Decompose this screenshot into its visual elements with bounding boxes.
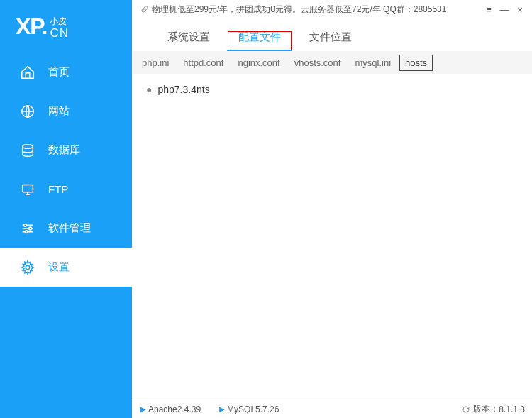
- sidebar-item-label: 数据库: [48, 143, 80, 157]
- statusbar: ▶ Apache2.4.39 ▶ MySQL5.7.26 版本： 8.1.1.3: [132, 400, 532, 418]
- titlebar-text: 物理机低至299元/年，拼团成功0元得。云服务器低至72元/年 QQ群：2805…: [152, 4, 446, 16]
- logo-cn: CN: [50, 27, 69, 39]
- play-icon: ▶: [140, 405, 146, 413]
- sidebar-item-label: 设置: [48, 260, 70, 274]
- pin-button[interactable]: ≡: [481, 4, 497, 15]
- svg-point-5: [25, 230, 28, 233]
- version-label: 版本：: [473, 403, 499, 415]
- minimize-button[interactable]: —: [497, 4, 512, 15]
- status-mysql[interactable]: ▶ MySQL5.7.26: [219, 405, 279, 414]
- database-icon: [20, 143, 35, 158]
- sidebar-item-label: FTP: [48, 183, 68, 195]
- list-item-label: php7.3.4nts: [157, 84, 209, 95]
- link-icon: [140, 5, 149, 13]
- sidebar-item-ftp[interactable]: FTP: [0, 170, 132, 209]
- subtab-php-ini[interactable]: php.ini: [136, 55, 174, 71]
- subtab-mysql-ini[interactable]: mysql.ini: [349, 55, 397, 71]
- close-button[interactable]: ×: [512, 4, 528, 15]
- logo-small: 小皮: [50, 17, 69, 26]
- sidebar-item-label: 网站: [48, 104, 70, 118]
- tab-system-settings[interactable]: 系统设置: [156, 31, 221, 51]
- sidebar-item-settings[interactable]: 设置: [0, 248, 132, 287]
- status-mysql-label: MySQL5.7.26: [227, 405, 279, 414]
- subtab-hosts[interactable]: hosts: [399, 55, 433, 71]
- refresh-icon[interactable]: [462, 405, 470, 414]
- main: 物理机低至299元/年，拼团成功0元得。云服务器低至72元/年 QQ群：2805…: [132, 0, 532, 418]
- subtab-nginx-conf[interactable]: nginx.conf: [232, 55, 285, 71]
- subtab-vhosts-conf[interactable]: vhosts.conf: [289, 55, 347, 71]
- svg-point-4: [29, 227, 32, 230]
- sidebar-item-label: 首页: [48, 65, 70, 79]
- sidebar-fill: [0, 287, 132, 418]
- sidebar-item-web[interactable]: 网站: [0, 92, 132, 131]
- svg-point-6: [26, 265, 30, 270]
- sidebar-item-database[interactable]: 数据库: [0, 131, 132, 170]
- tab-file-location[interactable]: 文件位置: [298, 31, 363, 51]
- sidebar-item-home[interactable]: 首页: [0, 53, 132, 92]
- subtabs: php.ini httpd.conf nginx.conf vhosts.con…: [132, 51, 532, 74]
- sidebar-item-label: 软件管理: [48, 221, 91, 235]
- svg-point-1: [23, 144, 33, 148]
- sidebar: XP. 小皮 CN 首页 网站 数据库: [0, 0, 132, 418]
- ftp-icon: [20, 182, 35, 197]
- status-apache-label: Apache2.4.39: [148, 405, 201, 414]
- main-tabs: 系统设置 配置文件 文件位置: [132, 18, 532, 51]
- list-item[interactable]: ● php7.3.4nts: [146, 84, 518, 95]
- sliders-icon: [20, 221, 35, 236]
- tab-config-files[interactable]: 配置文件: [227, 31, 292, 51]
- gear-icon: [20, 260, 35, 275]
- home-icon: [20, 65, 35, 80]
- bullet-icon: ●: [146, 84, 152, 95]
- svg-point-3: [24, 224, 27, 226]
- version-value: 8.1.1.3: [499, 405, 525, 414]
- sidebar-item-software[interactable]: 软件管理: [0, 209, 132, 248]
- titlebar: 物理机低至299元/年，拼团成功0元得。云服务器低至72元/年 QQ群：2805…: [132, 0, 532, 18]
- status-apache[interactable]: ▶ Apache2.4.39: [140, 405, 201, 414]
- globe-icon: [20, 104, 35, 119]
- svg-rect-2: [23, 185, 33, 192]
- content-area: ● php7.3.4nts: [132, 74, 532, 400]
- subtab-httpd-conf[interactable]: httpd.conf: [177, 55, 229, 71]
- logo: XP. 小皮 CN: [0, 0, 132, 53]
- play-icon: ▶: [219, 405, 225, 413]
- logo-xp: XP.: [16, 13, 47, 40]
